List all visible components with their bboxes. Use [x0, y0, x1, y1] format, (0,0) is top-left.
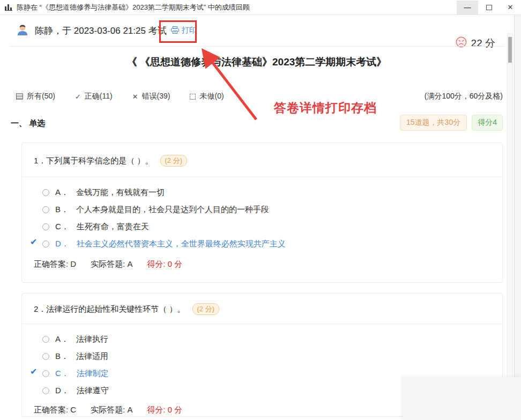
score-value: 22 分: [471, 36, 495, 50]
avatar: [16, 23, 29, 38]
options-list: A． 金钱万能，有钱就有一切 B． 个人本身就是目的，社会只是达到个人目的的一种…: [22, 177, 502, 252]
option-key: D．: [55, 386, 69, 396]
option-row-a: A． 金钱万能，有钱就有一切: [33, 184, 492, 201]
question-header: 2．法律运行的起始性和关键性环节（ ）。 (2 分): [22, 294, 502, 324]
radio[interactable]: [42, 189, 49, 196]
scrollbar-thumb[interactable]: [508, 37, 512, 63]
check-icon: ✓: [75, 93, 81, 101]
scrollbar[interactable]: [507, 33, 513, 420]
section-title: 一、 单选: [11, 118, 45, 129]
correct-answer: 正确答案: D: [34, 259, 76, 269]
option-key: B．: [55, 205, 69, 215]
filter-all[interactable]: 所有(50): [16, 92, 55, 101]
window-title: 陈静在 “《思想道德修养与法律基础》2023第二学期期末考试” 中的成绩回顾: [17, 3, 250, 12]
titlebar: 陈静在 “《思想道德修养与法律基础》2023第二学期期末考试” 中的成绩回顾 —…: [0, 0, 521, 15]
total-score: 22 分: [456, 36, 495, 50]
close-button[interactable]: ✕: [500, 1, 521, 14]
filter-wrong-label: 错误(39): [142, 92, 170, 101]
filter-all-label: 所有(50): [27, 92, 55, 101]
option-text: 法律适用: [76, 351, 108, 362]
option-row-a: A． 法律执行: [33, 331, 492, 348]
section-score-badge: 得分4: [472, 115, 503, 131]
sad-face-icon: [456, 36, 467, 50]
radio[interactable]: [42, 387, 49, 394]
answer-row: 正确答案: D 实际答题: A 得分: 0 分: [22, 252, 502, 269]
option-text: 生死有命，富贵在天: [77, 222, 149, 232]
option-key: A．: [55, 188, 69, 198]
minimize-button[interactable]: —: [457, 1, 478, 14]
question-title: 1．下列属于科学信念的是（ ）。: [34, 156, 153, 166]
window-right-strip: [514, 15, 521, 420]
option-key: D．: [55, 239, 69, 249]
annotation-text: 答卷详情打印存档: [274, 100, 377, 116]
result-header: 陈静，于 2023-03-06 21:25 考试 打印 22 分: [0, 15, 513, 46]
actual-answer: 实际答题: A: [91, 259, 132, 269]
list-icon: [16, 93, 23, 100]
maximize-icon: [486, 5, 492, 10]
option-key: A．: [55, 334, 69, 344]
radio[interactable]: [42, 336, 49, 343]
radio[interactable]: [42, 223, 49, 230]
option-text: 法律遵守: [77, 386, 109, 396]
filter-correct-label: 正确(11): [85, 92, 113, 101]
question-card-1: 1．下列属于科学信念的是（ ）。 (2 分) A． 金钱万能，有钱就有一切 B．…: [21, 142, 503, 283]
option-row-c: C． 生死有命，富贵在天: [33, 218, 492, 235]
annotation-arrow-icon: [182, 43, 263, 123]
bar-chart-icon: [5, 4, 13, 11]
points-badge: (2 分): [192, 303, 220, 315]
option-text: 法律制定: [77, 369, 109, 379]
option-text: 个人本身就是目的，社会只是达到个人目的的一种手段: [76, 205, 269, 215]
points-badge: (2 分): [160, 155, 188, 167]
option-key: C．: [55, 222, 69, 232]
option-row-b: B． 法律适用: [33, 348, 492, 365]
correct-check-icon: ✔: [30, 238, 37, 246]
option-row-b: B． 个人本身就是目的，社会只是达到个人目的的一种手段: [33, 201, 492, 218]
pass-note: (满分100分，60分及格): [425, 92, 503, 101]
section-info-badge: 15道题，共30分: [400, 115, 467, 131]
question-title: 2．法律运行的起始性和关键性环节（ ）。: [34, 304, 185, 314]
radio[interactable]: [42, 241, 49, 248]
option-row-d-correct: ✔ D． 社会主义必然代替资本主义，全世界最终必然实现共产主义: [33, 235, 492, 252]
window-controls: — ✕: [457, 0, 521, 15]
correct-answer: 正确答案: C: [34, 405, 76, 415]
bottom-right-overlay: [403, 377, 521, 420]
section-badges: 15道题，共30分 得分4: [400, 115, 503, 131]
radio[interactable]: [42, 206, 49, 213]
question-header: 1．下列属于科学信念的是（ ）。 (2 分): [22, 143, 502, 177]
app-window: 陈静在 “《思想道德修养与法律基础》2023第二学期期末考试” 中的成绩回顾 —…: [0, 0, 521, 420]
question-score: 得分: 0 分: [147, 405, 183, 415]
filter-correct[interactable]: ✓ 正确(11): [75, 92, 113, 101]
option-text: 金钱万能，有钱就有一切: [76, 188, 165, 198]
actual-answer: 实际答题: A: [91, 405, 132, 415]
option-key: B．: [55, 351, 69, 362]
correct-check-icon: ✔: [30, 368, 37, 376]
option-text: 法律执行: [76, 334, 108, 344]
option-key: C．: [55, 369, 69, 379]
radio[interactable]: [42, 353, 49, 360]
option-text: 社会主义必然代替资本主义，全世界最终必然实现共产主义: [77, 239, 286, 249]
filter-wrong[interactable]: ✕ 错误(39): [132, 92, 170, 101]
radio[interactable]: [42, 370, 49, 377]
user-exam-line: 陈静，于 2023-03-06 21:25 考试: [35, 25, 167, 37]
print-highlight-rect: [159, 20, 197, 43]
maximize-button[interactable]: [478, 1, 500, 14]
cross-icon: ✕: [132, 93, 138, 101]
question-score: 得分: 0 分: [147, 259, 183, 269]
